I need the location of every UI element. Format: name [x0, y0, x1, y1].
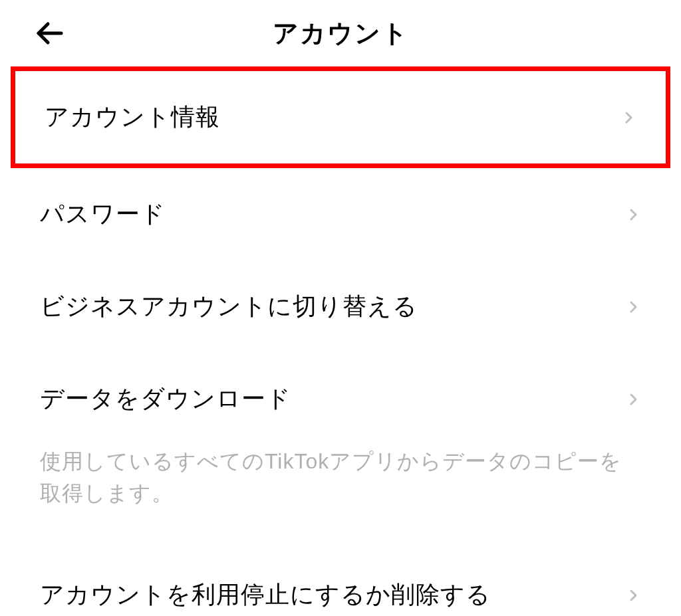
- spacer: [0, 529, 681, 549]
- list-item-download-data[interactable]: データをダウンロード: [0, 353, 681, 445]
- settings-list: アカウント情報 パスワード ビジネスアカウントに切り替える データをダウンロード: [0, 66, 681, 616]
- chevron-right-icon: [625, 391, 641, 407]
- list-item-description: 使用しているすべてのTikTokアプリからデータのコピーを取得します。: [0, 445, 681, 529]
- chevron-right-icon: [625, 207, 641, 223]
- list-item-label: パスワード: [40, 198, 166, 231]
- list-item-switch-business[interactable]: ビジネスアカウントに切り替える: [0, 260, 681, 353]
- list-item-label: データをダウンロード: [40, 383, 291, 415]
- chevron-right-icon: [620, 110, 636, 126]
- list-item-password[interactable]: パスワード: [0, 168, 681, 260]
- back-button[interactable]: [33, 17, 65, 49]
- list-item-label: ビジネスアカウントに切り替える: [40, 290, 418, 323]
- list-item-label: アカウントを利用停止にするか削除する: [40, 579, 491, 611]
- chevron-right-icon: [625, 299, 641, 315]
- list-item-deactivate-delete[interactable]: アカウントを利用停止にするか削除する: [0, 549, 681, 616]
- page-title: アカウント: [273, 17, 409, 51]
- chevron-right-icon: [625, 587, 641, 603]
- back-arrow-icon: [33, 17, 65, 49]
- list-item-label: アカウント情報: [45, 101, 220, 134]
- header: アカウント: [0, 0, 681, 66]
- list-item-account-info[interactable]: アカウント情報: [11, 66, 670, 168]
